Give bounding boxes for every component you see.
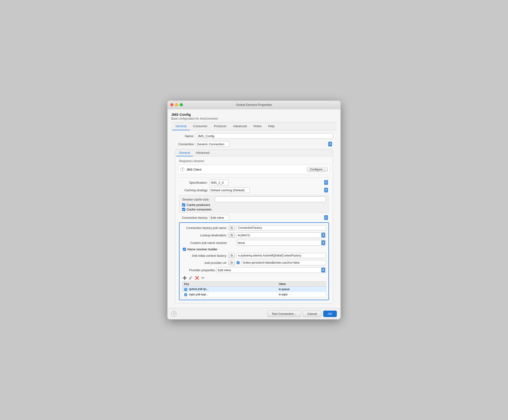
inner-content: Required Libraries ? JMS Client Configur… xyxy=(175,156,333,303)
connection-select[interactable]: Generic Connection xyxy=(196,141,229,147)
custom-jndi-select[interactable]: None xyxy=(236,240,326,246)
custom-jndi-select-wrapper: None xyxy=(236,240,326,246)
test-connection-button[interactable]: Test Connection... xyxy=(267,311,301,317)
spec-label: Specification: xyxy=(179,181,207,184)
table-row[interactable]: G topic.jndi-topi... in.topic xyxy=(182,292,326,297)
add-icon[interactable]: ➕ xyxy=(182,275,187,280)
spec-section: Specification: JMS_2_0 Caching strategy xyxy=(178,180,330,300)
configure-button[interactable]: Configure... xyxy=(307,167,328,172)
table-cell-key: G queue.jndi-qu... xyxy=(182,287,277,292)
name-resolver-row: Name resolver builder xyxy=(182,248,326,251)
session-cache-row: Session cache size: xyxy=(182,196,326,202)
jndi-name-row: Connection factory jndi name: fx xyxy=(182,225,326,230)
form-area: Name: Connection Generic Connection Gene… xyxy=(171,130,337,308)
lookup-label: Lookup destination: xyxy=(182,233,227,237)
tab-advanced[interactable]: Advanced xyxy=(230,122,250,130)
lookup-select-wrapper: ALWAYS xyxy=(236,232,326,238)
jndi-context-row: Jndi initial context factory: fx xyxy=(182,253,326,258)
name-label: Name: xyxy=(175,134,194,138)
session-cache-input[interactable] xyxy=(215,196,326,202)
tab-consumer[interactable]: Consumer xyxy=(190,122,211,130)
edit-icon[interactable]: 🖊 xyxy=(188,275,193,280)
name-resolver-label: Name resolver builder xyxy=(187,248,217,251)
col-key: Key xyxy=(182,282,277,287)
footer: ? Test Connection... Cancel OK xyxy=(167,308,341,319)
lookup-fx-button[interactable]: fx xyxy=(228,232,235,238)
jndi-context-fx-button[interactable]: fx xyxy=(228,253,235,258)
provider-props-select[interactable]: Edit inline xyxy=(217,267,326,273)
inner-tab-advanced[interactable]: Advanced xyxy=(193,150,212,156)
divider-1 xyxy=(178,178,330,178)
jndi-url-fx-button[interactable]: fx xyxy=(228,260,235,265)
caching-select-wrapper: Default caching (Default) xyxy=(209,187,329,193)
header-section: JMS Config Base configuration for JmsCon… xyxy=(171,112,337,120)
minimize-button[interactable] xyxy=(175,103,178,106)
jndi-context-input[interactable] xyxy=(236,253,326,258)
name-resolver-checkbox[interactable] xyxy=(183,248,186,251)
properties-table: Key Value G queue.jndi-qu... xyxy=(182,281,326,297)
tab-notes[interactable]: Notes xyxy=(250,122,265,130)
jndi-name-fx-button[interactable]: fx xyxy=(228,225,235,230)
cache-producers-row: Cache producers xyxy=(182,203,326,207)
tab-general[interactable]: General xyxy=(172,122,190,130)
jndi-name-input[interactable] xyxy=(236,225,326,230)
jndi-url-row: Jndi provider url: fx i xyxy=(182,260,326,265)
connection-factory-select[interactable]: Edit inline xyxy=(209,215,229,220)
move-icon[interactable]: ✂ xyxy=(200,275,206,280)
close-button[interactable] xyxy=(170,103,173,106)
jndi-context-label: Jndi initial context factory: xyxy=(182,254,227,257)
provider-props-select-wrapper: Edit inline xyxy=(217,267,326,273)
table-cell-value-2: in.topic xyxy=(277,292,326,297)
lookup-select[interactable]: ALWAYS xyxy=(236,232,326,238)
col-value: Value xyxy=(277,282,326,287)
connection-factory-label: Connection factory xyxy=(179,216,207,219)
maximize-button[interactable] xyxy=(180,103,183,106)
ok-button[interactable]: OK xyxy=(323,311,337,317)
cancel-button[interactable]: Cancel xyxy=(303,311,321,317)
help-icon: ? xyxy=(180,167,184,172)
connection-select-wrapper: Generic Connection xyxy=(196,141,333,147)
caching-select[interactable]: Default caching (Default) xyxy=(209,187,250,193)
info-icon: i xyxy=(236,261,240,264)
toolbar-icons: ➕ 🖊 ❌ ✂ xyxy=(182,274,326,281)
inner-tab-general[interactable]: General xyxy=(176,150,193,156)
main-window: Global Element Properties JMS Config Bas… xyxy=(167,101,341,319)
cache-consumers-label: Cache consumers xyxy=(187,208,212,211)
jndi-url-input[interactable] xyxy=(241,260,326,265)
table-row[interactable]: G queue.jndi-qu... in.queue xyxy=(182,287,326,292)
cache-producers-label: Cache producers xyxy=(187,203,210,207)
spec-select-wrapper: JMS_2_0 xyxy=(209,180,329,185)
specification-select[interactable]: JMS_2_0 xyxy=(209,180,229,185)
name-input[interactable] xyxy=(196,133,333,139)
help-button[interactable]: ? xyxy=(171,311,177,316)
required-libraries-title: Required Libraries xyxy=(178,159,330,163)
delete-icon[interactable]: ❌ xyxy=(194,275,199,280)
inner-tab-bar: General Advanced xyxy=(175,150,333,156)
cache-consumers-row: Cache consumers xyxy=(182,208,326,211)
jndi-name-label: Connection factory jndi name: xyxy=(182,226,227,230)
lib-name: JMS Client xyxy=(186,168,305,171)
config-title: JMS Config xyxy=(171,112,337,117)
tab-producer[interactable]: Producer xyxy=(211,122,230,130)
session-cache-label: Session cache size: xyxy=(182,198,213,201)
required-libraries-section: Required Libraries ? JMS Client Configur… xyxy=(178,159,330,174)
caching-label: Caching strategy xyxy=(179,188,207,192)
table-cell-key-2: G topic.jndi-topi... xyxy=(182,292,277,297)
window-title: Global Element Properties xyxy=(236,103,272,106)
inner-panel: General Advanced Required Libraries ? JM… xyxy=(175,149,333,303)
cache-group: Session cache size: Cache producers Cach… xyxy=(179,195,329,213)
table-cell-value-1: in.queue xyxy=(277,287,326,292)
name-row: Name: xyxy=(175,133,333,139)
connection-row: Connection Generic Connection xyxy=(175,141,333,147)
lookup-row: Lookup destination: fx ALWAYS xyxy=(182,232,326,238)
cache-producers-checkbox[interactable] xyxy=(182,203,185,206)
row-icon-1: G xyxy=(184,288,187,291)
footer-left: ? xyxy=(171,311,177,316)
connection-factory-row: Connection factory Edit inline xyxy=(179,215,329,220)
specification-row: Specification: JMS_2_0 xyxy=(179,180,329,185)
provider-props-label: Provider properties xyxy=(182,268,215,272)
cache-consumers-checkbox[interactable] xyxy=(182,208,185,211)
connection-label: Connection xyxy=(175,142,194,146)
tab-help[interactable]: Help xyxy=(265,122,278,130)
traffic-lights xyxy=(170,103,183,106)
